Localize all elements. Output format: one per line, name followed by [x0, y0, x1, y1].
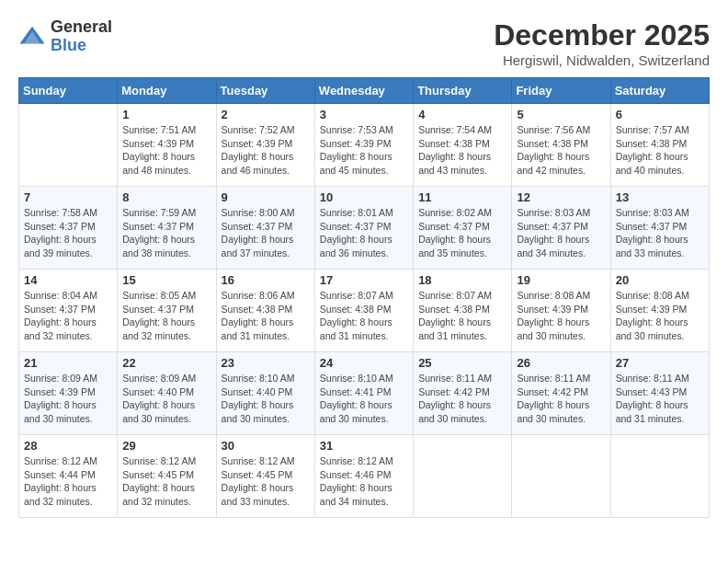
day-info: Sunrise: 8:09 AM Sunset: 4:40 PM Dayligh… — [122, 372, 210, 426]
day-info: Sunrise: 7:53 AM Sunset: 4:39 PM Dayligh… — [320, 123, 408, 178]
weekday-header-monday: Monday — [118, 78, 216, 104]
calendar-week-5: 28Sunrise: 8:12 AM Sunset: 4:44 PM Dayli… — [19, 435, 710, 518]
weekday-header-tuesday: Tuesday — [216, 78, 314, 104]
calendar-cell: 1Sunrise: 7:51 AM Sunset: 4:39 PM Daylig… — [118, 104, 216, 187]
calendar-cell: 31Sunrise: 8:12 AM Sunset: 4:46 PM Dayli… — [314, 435, 413, 518]
calendar-week-3: 14Sunrise: 8:04 AM Sunset: 4:37 PM Dayli… — [19, 270, 710, 352]
day-number: 2 — [222, 108, 310, 121]
calendar-cell: 3Sunrise: 7:53 AM Sunset: 4:39 PM Daylig… — [314, 104, 413, 187]
day-number: 24 — [320, 356, 408, 370]
day-number: 14 — [24, 273, 112, 287]
calendar-body: 1Sunrise: 7:51 AM Sunset: 4:39 PM Daylig… — [19, 104, 710, 518]
calendar-cell: 10Sunrise: 8:01 AM Sunset: 4:37 PM Dayli… — [314, 187, 413, 270]
calendar-cell — [414, 435, 512, 518]
day-number: 5 — [517, 108, 605, 121]
calendar-cell: 12Sunrise: 8:03 AM Sunset: 4:37 PM Dayli… — [512, 187, 610, 270]
day-info: Sunrise: 8:03 AM Sunset: 4:37 PM Dayligh… — [517, 206, 605, 260]
weekday-row: SundayMondayTuesdayWednesdayThursdayFrid… — [19, 78, 710, 104]
day-info: Sunrise: 8:02 AM Sunset: 4:37 PM Dayligh… — [418, 206, 506, 260]
weekday-header-thursday: Thursday — [414, 78, 512, 104]
calendar-cell: 13Sunrise: 8:03 AM Sunset: 4:37 PM Dayli… — [610, 187, 709, 270]
day-number: 3 — [320, 108, 408, 121]
day-info: Sunrise: 8:11 AM Sunset: 4:42 PM Dayligh… — [418, 372, 506, 426]
calendar-cell: 19Sunrise: 8:08 AM Sunset: 4:39 PM Dayli… — [512, 270, 610, 352]
day-info: Sunrise: 8:10 AM Sunset: 4:41 PM Dayligh… — [320, 372, 408, 426]
day-number: 19 — [517, 273, 605, 287]
day-number: 9 — [222, 190, 310, 204]
logo: General Blue — [18, 18, 112, 55]
day-number: 25 — [418, 356, 506, 370]
calendar-cell: 22Sunrise: 8:09 AM Sunset: 4:40 PM Dayli… — [118, 352, 216, 435]
calendar-cell: 14Sunrise: 8:04 AM Sunset: 4:37 PM Dayli… — [19, 270, 118, 352]
day-info: Sunrise: 8:11 AM Sunset: 4:42 PM Dayligh… — [517, 372, 605, 426]
day-info: Sunrise: 7:52 AM Sunset: 4:39 PM Dayligh… — [222, 123, 310, 178]
weekday-header-saturday: Saturday — [610, 78, 709, 104]
calendar-header: SundayMondayTuesdayWednesdayThursdayFrid… — [19, 78, 710, 104]
calendar-cell: 15Sunrise: 8:05 AM Sunset: 4:37 PM Dayli… — [118, 270, 216, 352]
day-info: Sunrise: 8:11 AM Sunset: 4:43 PM Dayligh… — [616, 372, 704, 426]
day-number: 17 — [320, 273, 408, 287]
logo-text: General Blue — [51, 18, 112, 55]
day-number: 20 — [616, 273, 704, 287]
calendar-week-2: 7Sunrise: 7:58 AM Sunset: 4:37 PM Daylig… — [19, 187, 710, 270]
day-number: 1 — [122, 108, 210, 121]
day-number: 7 — [24, 190, 112, 204]
calendar-cell: 29Sunrise: 8:12 AM Sunset: 4:45 PM Dayli… — [118, 435, 216, 518]
calendar-week-4: 21Sunrise: 8:09 AM Sunset: 4:39 PM Dayli… — [19, 352, 710, 435]
calendar-cell: 7Sunrise: 7:58 AM Sunset: 4:37 PM Daylig… — [19, 187, 118, 270]
day-number: 29 — [122, 439, 210, 453]
day-info: Sunrise: 7:58 AM Sunset: 4:37 PM Dayligh… — [24, 206, 112, 260]
day-info: Sunrise: 8:12 AM Sunset: 4:45 PM Dayligh… — [222, 454, 310, 509]
day-number: 6 — [616, 108, 704, 121]
month-title: December 2025 — [494, 18, 710, 52]
calendar-cell — [19, 104, 118, 187]
day-number: 16 — [222, 273, 310, 287]
day-info: Sunrise: 8:00 AM Sunset: 4:37 PM Dayligh… — [222, 206, 310, 260]
day-number: 23 — [222, 356, 310, 370]
day-info: Sunrise: 8:07 AM Sunset: 4:38 PM Dayligh… — [320, 289, 408, 343]
logo-general-text: General — [51, 18, 112, 37]
day-info: Sunrise: 7:59 AM Sunset: 4:37 PM Dayligh… — [122, 206, 210, 260]
calendar-cell: 21Sunrise: 8:09 AM Sunset: 4:39 PM Dayli… — [19, 352, 118, 435]
calendar-table: SundayMondayTuesdayWednesdayThursdayFrid… — [18, 77, 710, 518]
calendar-cell: 4Sunrise: 7:54 AM Sunset: 4:38 PM Daylig… — [414, 104, 512, 187]
day-info: Sunrise: 7:57 AM Sunset: 4:38 PM Dayligh… — [616, 123, 704, 178]
calendar-cell: 30Sunrise: 8:12 AM Sunset: 4:45 PM Dayli… — [216, 435, 314, 518]
calendar-cell — [610, 435, 709, 518]
day-number: 28 — [24, 439, 112, 453]
day-number: 22 — [122, 356, 210, 370]
day-number: 4 — [418, 108, 506, 121]
day-info: Sunrise: 8:08 AM Sunset: 4:39 PM Dayligh… — [517, 289, 605, 343]
calendar-cell: 23Sunrise: 8:10 AM Sunset: 4:40 PM Dayli… — [216, 352, 314, 435]
calendar-cell: 28Sunrise: 8:12 AM Sunset: 4:44 PM Dayli… — [19, 435, 118, 518]
calendar-cell: 16Sunrise: 8:06 AM Sunset: 4:38 PM Dayli… — [216, 270, 314, 352]
calendar-cell: 9Sunrise: 8:00 AM Sunset: 4:37 PM Daylig… — [216, 187, 314, 270]
calendar-cell: 6Sunrise: 7:57 AM Sunset: 4:38 PM Daylig… — [610, 104, 709, 187]
calendar-cell: 5Sunrise: 7:56 AM Sunset: 4:38 PM Daylig… — [512, 104, 610, 187]
calendar-week-1: 1Sunrise: 7:51 AM Sunset: 4:39 PM Daylig… — [19, 104, 710, 187]
day-info: Sunrise: 8:09 AM Sunset: 4:39 PM Dayligh… — [24, 372, 112, 426]
weekday-header-sunday: Sunday — [19, 78, 118, 104]
day-info: Sunrise: 8:12 AM Sunset: 4:46 PM Dayligh… — [320, 454, 408, 509]
logo-icon — [18, 23, 46, 51]
day-info: Sunrise: 8:03 AM Sunset: 4:37 PM Dayligh… — [616, 206, 704, 260]
day-number: 27 — [616, 356, 704, 370]
day-info: Sunrise: 8:10 AM Sunset: 4:40 PM Dayligh… — [222, 372, 310, 426]
day-info: Sunrise: 8:12 AM Sunset: 4:45 PM Dayligh… — [122, 454, 210, 509]
day-info: Sunrise: 8:06 AM Sunset: 4:38 PM Dayligh… — [222, 289, 310, 343]
calendar-cell: 8Sunrise: 7:59 AM Sunset: 4:37 PM Daylig… — [118, 187, 216, 270]
calendar-cell: 20Sunrise: 8:08 AM Sunset: 4:39 PM Dayli… — [610, 270, 709, 352]
day-number: 30 — [222, 439, 310, 453]
day-info: Sunrise: 8:12 AM Sunset: 4:44 PM Dayligh… — [24, 454, 112, 509]
day-number: 11 — [418, 190, 506, 204]
location-text: Hergiswil, Nidwalden, Switzerland — [494, 52, 710, 68]
day-info: Sunrise: 8:07 AM Sunset: 4:38 PM Dayligh… — [418, 289, 506, 343]
day-info: Sunrise: 8:04 AM Sunset: 4:37 PM Dayligh… — [24, 289, 112, 343]
day-number: 15 — [122, 273, 210, 287]
day-number: 12 — [517, 190, 605, 204]
calendar-cell: 26Sunrise: 8:11 AM Sunset: 4:42 PM Dayli… — [512, 352, 610, 435]
day-number: 31 — [320, 439, 408, 453]
day-info: Sunrise: 7:54 AM Sunset: 4:38 PM Dayligh… — [418, 123, 506, 178]
day-number: 26 — [517, 356, 605, 370]
day-info: Sunrise: 8:08 AM Sunset: 4:39 PM Dayligh… — [616, 289, 704, 343]
